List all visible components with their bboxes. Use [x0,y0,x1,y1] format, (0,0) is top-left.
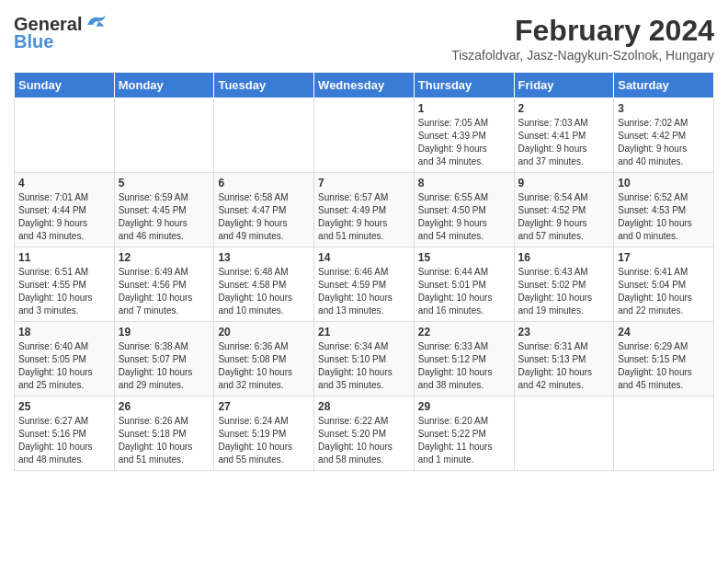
calendar-cell: 23Sunrise: 6:31 AM Sunset: 5:13 PM Dayli… [514,322,614,396]
calendar-cell: 9Sunrise: 6:54 AM Sunset: 4:52 PM Daylig… [514,173,614,247]
day-number: 28 [318,400,410,413]
weekday-header-sunday: Sunday [15,73,115,98]
day-info: Sunrise: 6:22 AM Sunset: 5:20 PM Dayligh… [318,415,410,466]
day-number: 7 [318,177,410,190]
day-number: 24 [618,326,710,339]
weekday-header-wednesday: Wednesday [314,73,415,98]
calendar-cell: 17Sunrise: 6:41 AM Sunset: 5:04 PM Dayli… [614,247,714,322]
day-info: Sunrise: 6:38 AM Sunset: 5:07 PM Dayligh… [119,340,210,392]
calendar-table: SundayMondayTuesdayWednesdayThursdayFrid… [14,72,714,471]
day-number: 22 [418,326,510,339]
day-number: 26 [119,400,210,413]
day-number: 27 [218,400,310,413]
day-info: Sunrise: 6:36 AM Sunset: 5:08 PM Dayligh… [218,340,310,392]
day-info: Sunrise: 6:51 AM Sunset: 4:55 PM Dayligh… [18,266,110,317]
day-number: 12 [119,251,210,264]
logo-blue: Blue [14,31,53,52]
day-number: 19 [119,326,210,339]
day-info: Sunrise: 7:03 AM Sunset: 4:41 PM Dayligh… [518,117,610,168]
calendar-cell: 2Sunrise: 7:03 AM Sunset: 4:41 PM Daylig… [514,98,614,173]
calendar-cell: 29Sunrise: 6:20 AM Sunset: 5:22 PM Dayli… [414,396,514,471]
calendar-cell: 19Sunrise: 6:38 AM Sunset: 5:07 PM Dayli… [114,322,214,396]
weekday-header-friday: Friday [514,73,614,98]
day-info: Sunrise: 7:05 AM Sunset: 4:39 PM Dayligh… [418,117,510,168]
calendar-cell [314,98,415,173]
day-number: 17 [618,251,710,264]
day-info: Sunrise: 6:52 AM Sunset: 4:53 PM Dayligh… [618,191,710,243]
title-section: February 2024 Tiszafoldvar, Jasz-Nagykun… [451,14,714,63]
calendar-cell: 16Sunrise: 6:43 AM Sunset: 5:02 PM Dayli… [514,247,614,322]
day-info: Sunrise: 6:24 AM Sunset: 5:19 PM Dayligh… [218,415,310,466]
day-info: Sunrise: 6:34 AM Sunset: 5:10 PM Dayligh… [318,340,410,392]
day-number: 15 [418,251,510,264]
day-number: 2 [518,102,610,115]
day-number: 10 [618,177,710,190]
day-number: 18 [18,326,110,339]
day-number: 20 [218,326,310,339]
day-number: 29 [418,400,510,413]
day-number: 3 [618,102,710,115]
day-number: 9 [518,177,610,190]
day-number: 21 [318,326,410,339]
calendar-week-2: 4Sunrise: 7:01 AM Sunset: 4:44 PM Daylig… [15,173,714,247]
calendar-cell: 28Sunrise: 6:22 AM Sunset: 5:20 PM Dayli… [314,396,415,471]
day-info: Sunrise: 6:49 AM Sunset: 4:56 PM Dayligh… [119,266,210,317]
calendar-cell: 6Sunrise: 6:58 AM Sunset: 4:47 PM Daylig… [214,173,314,247]
calendar-cell: 12Sunrise: 6:49 AM Sunset: 4:56 PM Dayli… [114,247,214,322]
calendar-cell: 13Sunrise: 6:48 AM Sunset: 4:58 PM Dayli… [214,247,314,322]
day-info: Sunrise: 6:48 AM Sunset: 4:58 PM Dayligh… [218,266,310,317]
calendar-cell: 5Sunrise: 6:59 AM Sunset: 4:45 PM Daylig… [114,173,214,247]
day-number: 11 [18,251,110,264]
day-info: Sunrise: 6:40 AM Sunset: 5:05 PM Dayligh… [18,340,110,392]
day-info: Sunrise: 6:43 AM Sunset: 5:02 PM Dayligh… [518,266,610,317]
calendar-cell: 8Sunrise: 6:55 AM Sunset: 4:50 PM Daylig… [414,173,514,247]
weekday-header-monday: Monday [114,73,214,98]
day-info: Sunrise: 6:44 AM Sunset: 5:01 PM Dayligh… [418,266,510,317]
day-info: Sunrise: 6:41 AM Sunset: 5:04 PM Dayligh… [618,266,710,317]
logo-text: General Blue [14,14,109,52]
day-number: 4 [18,177,110,190]
calendar-cell: 15Sunrise: 6:44 AM Sunset: 5:01 PM Dayli… [414,247,514,322]
day-info: Sunrise: 6:58 AM Sunset: 4:47 PM Dayligh… [218,191,310,243]
day-info: Sunrise: 6:57 AM Sunset: 4:49 PM Dayligh… [318,191,410,243]
day-info: Sunrise: 6:27 AM Sunset: 5:16 PM Dayligh… [18,415,110,466]
day-number: 1 [418,102,510,115]
day-info: Sunrise: 6:33 AM Sunset: 5:12 PM Dayligh… [418,340,510,392]
calendar-cell [15,98,115,173]
day-info: Sunrise: 6:59 AM Sunset: 4:45 PM Dayligh… [119,191,210,243]
day-number: 5 [119,177,210,190]
calendar-cell: 1Sunrise: 7:05 AM Sunset: 4:39 PM Daylig… [414,98,514,173]
day-info: Sunrise: 6:31 AM Sunset: 5:13 PM Dayligh… [518,340,610,392]
calendar-week-3: 11Sunrise: 6:51 AM Sunset: 4:55 PM Dayli… [15,247,714,322]
day-number: 23 [518,326,610,339]
calendar-week-1: 1Sunrise: 7:05 AM Sunset: 4:39 PM Daylig… [15,98,714,173]
calendar-cell [614,396,714,471]
day-info: Sunrise: 6:46 AM Sunset: 4:59 PM Dayligh… [318,266,410,317]
calendar-week-4: 18Sunrise: 6:40 AM Sunset: 5:05 PM Dayli… [15,322,714,396]
day-number: 14 [318,251,410,264]
calendar-cell: 24Sunrise: 6:29 AM Sunset: 5:15 PM Dayli… [614,322,714,396]
logo-bird-icon [84,12,109,32]
calendar-header-row: SundayMondayTuesdayWednesdayThursdayFrid… [15,73,714,98]
calendar-cell: 18Sunrise: 6:40 AM Sunset: 5:05 PM Dayli… [15,322,115,396]
day-info: Sunrise: 6:54 AM Sunset: 4:52 PM Dayligh… [518,191,610,243]
month-year-title: February 2024 [451,14,714,48]
day-number: 8 [418,177,510,190]
calendar-cell: 11Sunrise: 6:51 AM Sunset: 4:55 PM Dayli… [15,247,115,322]
day-info: Sunrise: 6:55 AM Sunset: 4:50 PM Dayligh… [418,191,510,243]
calendar-cell: 26Sunrise: 6:26 AM Sunset: 5:18 PM Dayli… [114,396,214,471]
calendar-cell: 27Sunrise: 6:24 AM Sunset: 5:19 PM Dayli… [214,396,314,471]
day-info: Sunrise: 6:20 AM Sunset: 5:22 PM Dayligh… [418,415,510,466]
day-number: 6 [218,177,310,190]
day-info: Sunrise: 7:02 AM Sunset: 4:42 PM Dayligh… [618,117,710,168]
calendar-cell: 21Sunrise: 6:34 AM Sunset: 5:10 PM Dayli… [314,322,415,396]
page-header: General Blue February 2024 Tiszafoldvar,… [14,14,714,63]
calendar-cell: 4Sunrise: 7:01 AM Sunset: 4:44 PM Daylig… [15,173,115,247]
calendar-cell: 22Sunrise: 6:33 AM Sunset: 5:12 PM Dayli… [414,322,514,396]
weekday-header-saturday: Saturday [614,73,714,98]
day-info: Sunrise: 6:29 AM Sunset: 5:15 PM Dayligh… [618,340,710,392]
calendar-cell [514,396,614,471]
day-info: Sunrise: 7:01 AM Sunset: 4:44 PM Dayligh… [18,191,110,243]
day-number: 13 [218,251,310,264]
calendar-week-5: 25Sunrise: 6:27 AM Sunset: 5:16 PM Dayli… [15,396,714,471]
